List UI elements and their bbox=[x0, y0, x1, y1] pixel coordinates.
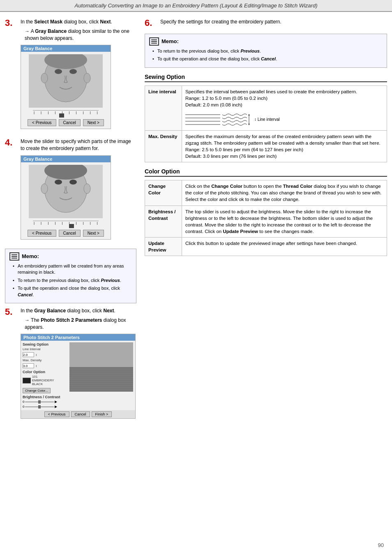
svg-rect-20 bbox=[69, 342, 133, 367]
svg-point-3 bbox=[69, 69, 77, 74]
gray-balance-dialog-2: Gray Balance bbox=[21, 155, 111, 240]
dialog-buttons-2: < Previous Cancel Next > bbox=[28, 230, 104, 237]
svg-marker-37 bbox=[248, 114, 250, 115]
face-image-1 bbox=[29, 54, 103, 108]
btn-cancel-1[interactable]: Cancel bbox=[59, 119, 81, 126]
svg-point-6 bbox=[84, 73, 90, 83]
btn-ps-previous[interactable]: < Previous bbox=[44, 411, 69, 417]
step-4-number: 4. bbox=[5, 138, 16, 243]
svg-point-10 bbox=[69, 180, 77, 185]
dialog-body-2: |||||||||| < Previous Cancel Next > bbox=[21, 162, 111, 239]
step-5-number: 5. bbox=[5, 307, 16, 422]
memo-header-2: Memo: bbox=[149, 37, 383, 46]
line-interval-svg bbox=[185, 111, 251, 128]
ps-right-panel bbox=[69, 342, 134, 409]
update-preview-label: UpdatePreview bbox=[145, 237, 182, 256]
sewing-row-max-density: Max. Density Specifies the maximum densi… bbox=[145, 130, 387, 162]
page-number: 90 bbox=[378, 542, 384, 548]
memo-box-2: Memo: To return to the previous dialog b… bbox=[145, 34, 387, 68]
sewing-option-table: Line interval Specifies the interval bet… bbox=[145, 85, 387, 163]
memo-title-1: Memo: bbox=[22, 253, 39, 259]
step-4-text: Move the slider to specify which parts o… bbox=[21, 138, 136, 152]
ps-dialog-buttons: < Previous Cancel Finish > bbox=[21, 410, 135, 418]
ps-body: Sewing Option Line Interval ↕ Max. Densi… bbox=[21, 341, 135, 410]
step-3-content: In the Select Mask dialog box, click Nex… bbox=[21, 18, 136, 132]
step-6-text: Specify the settings for creating the em… bbox=[160, 18, 387, 25]
max-density-label: Max. Density bbox=[145, 130, 182, 162]
btn-previous-1[interactable]: < Previous bbox=[28, 119, 56, 126]
ps-change-color-btn[interactable]: Change Color... bbox=[23, 388, 51, 393]
memo-icon-2 bbox=[149, 37, 159, 46]
brightness-contrast-label: Brightness /Contrast bbox=[145, 205, 182, 237]
svg-marker-38 bbox=[248, 124, 250, 125]
btn-cancel-2[interactable]: Cancel bbox=[59, 230, 81, 237]
ps-image-svg bbox=[69, 342, 133, 392]
right-column: 6. Specify the settings for creating the… bbox=[145, 18, 387, 428]
btn-ps-cancel[interactable]: Cancel bbox=[71, 411, 90, 417]
brightness-contrast-content: The top slider is used to adjust the bri… bbox=[182, 205, 387, 237]
step-5-text: In the Gray Balance dialog box, click Ne… bbox=[21, 307, 136, 314]
memo-item-3: To quit the operation and close the dial… bbox=[13, 285, 132, 298]
step-6-number: 6. bbox=[145, 18, 156, 28]
btn-next-1[interactable]: Next > bbox=[83, 119, 104, 126]
header-title: Automatically Converting an Image to an … bbox=[75, 2, 318, 9]
dialog-title-2: Gray Balance bbox=[21, 156, 111, 162]
face-image-2 bbox=[29, 165, 103, 218]
step-4-content: Move the slider to specify which parts o… bbox=[21, 138, 136, 243]
line-interval-content: Specifies the interval between parallel … bbox=[182, 85, 387, 130]
face-svg-2 bbox=[29, 165, 103, 218]
left-column: 3. In the Select Mask dialog box, click … bbox=[5, 18, 136, 428]
page-header: Automatically Converting an Image to an … bbox=[0, 0, 392, 12]
max-density-input[interactable] bbox=[23, 363, 34, 368]
step-3-arrow-note: → A Gray Balance dialog box similar to t… bbox=[25, 28, 136, 42]
sewing-row-line-interval: Line interval Specifies the interval bet… bbox=[145, 85, 387, 130]
step-4-block: 4. Move the slider to specify which part… bbox=[5, 138, 136, 243]
step-6-content: Specify the settings for creating the em… bbox=[160, 18, 387, 28]
dialog-buttons-1: < Previous Cancel Next > bbox=[28, 119, 104, 126]
color-row-update-preview: UpdatePreview Click this button to updat… bbox=[145, 237, 387, 256]
gray-balance-dialog-1: Gray Balance bbox=[21, 45, 111, 129]
memo-icon-1 bbox=[9, 252, 19, 261]
svg-point-12 bbox=[41, 184, 48, 194]
btn-previous-2[interactable]: < Previous bbox=[28, 230, 56, 237]
max-density-content: Specifies the maximum density for areas … bbox=[182, 130, 387, 162]
color-row-brightness: Brightness /Contrast The top slider is u… bbox=[145, 205, 387, 237]
step-5-content: In the Gray Balance dialog box, click Ne… bbox=[21, 307, 136, 422]
svg-point-9 bbox=[55, 180, 62, 185]
step-3-block: 3. In the Select Mask dialog box, click … bbox=[5, 18, 136, 132]
face-svg-1 bbox=[29, 54, 103, 108]
memo-item-1: An embroidery pattern will be created fr… bbox=[13, 263, 132, 276]
update-preview-content: Click this button to update the previewe… bbox=[182, 237, 387, 256]
memo-list-1: An embroidery pattern will be created fr… bbox=[9, 263, 132, 298]
btn-next-2[interactable]: Next > bbox=[83, 230, 104, 237]
change-color-content: Click on the Change Color button to open… bbox=[182, 180, 387, 205]
step-5-arrow-note: → The Photo Stitch 2 Parameters dialog b… bbox=[25, 317, 136, 331]
color-block bbox=[23, 378, 31, 383]
memo2-item-2: To quit the operation and close the dial… bbox=[152, 56, 383, 62]
line-interval-label: Line interval bbox=[145, 85, 182, 130]
svg-point-13 bbox=[84, 184, 90, 194]
step-3-number: 3. bbox=[5, 18, 16, 132]
ps-left-panel: Sewing Option Line Interval ↕ Max. Densi… bbox=[23, 342, 68, 409]
memo2-item-1: To return to the previous dialog box, cl… bbox=[152, 48, 383, 54]
dialog-title-1: Gray Balance bbox=[21, 45, 111, 52]
line-interval-diagram: ↕ Line interval bbox=[185, 111, 383, 128]
btn-ps-finish[interactable]: Finish > bbox=[92, 411, 112, 417]
dialog-body-1: |||||||||| < Previous Cancel Next > bbox=[21, 52, 111, 129]
line-interval-input[interactable] bbox=[23, 352, 34, 357]
memo-header-1: Memo: bbox=[9, 252, 132, 261]
svg-point-5 bbox=[41, 73, 48, 83]
svg-point-2 bbox=[55, 69, 62, 74]
sewing-option-heading: Sewing Option bbox=[145, 74, 387, 82]
step-6-block: 6. Specify the settings for creating the… bbox=[145, 18, 387, 28]
memo-box-1: Memo: An embroidery pattern will be crea… bbox=[5, 249, 136, 303]
memo-item-2: To return to the previous dialog box, cl… bbox=[13, 277, 132, 284]
ps-dialog: Photo Stitch 2 Parameters Sewing Option … bbox=[21, 334, 136, 419]
memo-title-2: Memo: bbox=[161, 38, 179, 44]
ps-title-bar: Photo Stitch 2 Parameters bbox=[21, 334, 135, 341]
color-row-change-color: ChangeColor Click on the Change Color bu… bbox=[145, 180, 387, 205]
memo-list-2: To return to the previous dialog box, cl… bbox=[149, 48, 383, 62]
step-5-block: 5. In the Gray Balance dialog box, click… bbox=[5, 307, 136, 422]
color-option-heading: Color Option bbox=[145, 168, 387, 177]
ps-image-area bbox=[69, 342, 133, 392]
